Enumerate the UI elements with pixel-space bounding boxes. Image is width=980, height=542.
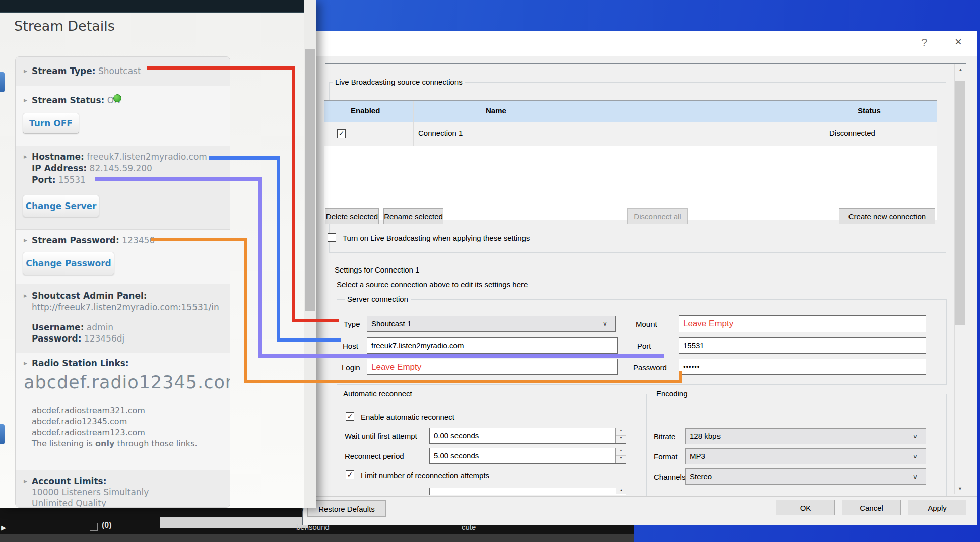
annotation-purple-line xyxy=(258,354,664,358)
admin-panel-url[interactable]: http://freeuk7.listen2myradio.com:15531/… xyxy=(32,302,219,312)
expander-icon[interactable]: ▶ xyxy=(24,361,27,366)
chevron-down-icon: ∨ xyxy=(913,453,918,460)
mount-field[interactable]: Leave Empty xyxy=(679,315,926,332)
apply-button[interactable]: Apply xyxy=(908,500,966,515)
attempts-spinner-partial[interactable]: ▲ xyxy=(616,488,626,494)
station-link[interactable]: abcdef.radiostream321.com xyxy=(32,405,145,415)
stream-type-section: ▶ Stream Type: Shoutcast xyxy=(16,57,230,86)
column-header-status[interactable]: Status xyxy=(858,106,881,115)
connections-group-title: Live Broadcasting source connections xyxy=(333,78,465,86)
column-divider xyxy=(805,101,805,146)
port-label: Port xyxy=(637,342,651,350)
browser-scrollbar-thumb[interactable] xyxy=(305,49,315,311)
turn-off-button[interactable]: Turn OFF xyxy=(23,113,79,134)
port-field[interactable]: 15531 xyxy=(679,337,926,354)
account-limits-label: Account Limits: xyxy=(32,476,106,486)
wait-attempt-spinbox[interactable]: 0.00 seconds xyxy=(429,428,626,444)
spin-up-icon[interactable]: ▲ xyxy=(616,428,626,436)
rename-selected-button[interactable]: Rename selected xyxy=(383,208,443,224)
stream-type-label: Stream Type: xyxy=(32,66,96,76)
restore-defaults-dropdown-icon[interactable]: ▼ xyxy=(299,507,305,513)
expander-icon[interactable]: ▶ xyxy=(24,98,27,103)
create-new-connection-button[interactable]: Create new connection xyxy=(839,208,935,224)
encoding-group-title: Encoding xyxy=(654,389,690,398)
annotation-orange-line xyxy=(244,238,247,383)
station-link[interactable]: abcdef.radio12345.com xyxy=(32,417,127,426)
annotation-purple-line xyxy=(95,177,262,181)
connections-table[interactable]: Enabled Name Status ✓ Connection 1 Disco… xyxy=(324,100,937,220)
play-icon[interactable]: ▶ xyxy=(1,524,6,531)
expander-icon[interactable]: ▶ xyxy=(24,154,27,159)
hidden-button-fragment xyxy=(0,424,5,444)
close-icon[interactable]: × xyxy=(951,35,965,50)
playlist-scrollbar[interactable] xyxy=(160,517,308,528)
change-password-button[interactable]: Change Password xyxy=(23,252,114,275)
stream-status-section: ▶ Stream Status: ON Turn OFF xyxy=(16,86,230,146)
column-header-name[interactable]: Name xyxy=(486,106,506,115)
attempts-spinbox-partial[interactable] xyxy=(429,488,626,495)
admin-password-label: Password: xyxy=(32,333,81,344)
station-link[interactable]: abcdef.radiostream123.com xyxy=(32,428,145,437)
ok-button[interactable]: OK xyxy=(776,500,835,515)
restore-defaults-button[interactable]: Restore Defaults xyxy=(307,500,386,517)
table-row[interactable]: ✓ Connection 1 Disconnected xyxy=(324,122,937,146)
column-divider xyxy=(413,101,414,146)
limit-attempts-label: Limit number of reconnection attempts xyxy=(361,471,489,480)
limit-attempts-checkbox[interactable]: ✓ xyxy=(346,470,354,479)
admin-panel-label: Shoutcast Admin Panel: xyxy=(32,291,147,301)
annotation-red-line xyxy=(292,66,295,322)
port-value: 15531 xyxy=(58,175,86,185)
hostname-label: Hostname: xyxy=(32,152,84,162)
expander-icon[interactable]: ▶ xyxy=(24,238,27,243)
delete-selected-button[interactable]: Delete selected xyxy=(325,208,379,224)
reconnect-period-spinbox[interactable]: 5.00 seconds xyxy=(429,448,626,464)
type-dropdown[interactable]: Shoutcast 1 xyxy=(367,316,616,332)
wait-spinner[interactable]: ▲ ▼ xyxy=(615,428,626,443)
login-label: Login xyxy=(342,363,360,372)
spin-up-icon[interactable]: ▲ xyxy=(616,448,626,456)
password-field[interactable]: •••••• xyxy=(679,359,926,375)
help-icon[interactable]: ? xyxy=(918,36,930,50)
annotation-red-line xyxy=(147,66,295,70)
reconnect-period-label: Reconnect period xyxy=(345,452,404,460)
primary-station-link[interactable]: abcdef.radio12345.com xyxy=(24,372,230,392)
spin-down-icon[interactable]: ▼ xyxy=(616,435,626,443)
expander-icon[interactable]: ▶ xyxy=(24,293,27,298)
expander-icon[interactable]: ▶ xyxy=(24,69,27,74)
login-field[interactable]: Leave Empty xyxy=(367,359,618,375)
format-dropdown[interactable]: MP3 xyxy=(685,448,926,464)
annotation-blue-line xyxy=(277,156,280,342)
cancel-button[interactable]: Cancel xyxy=(842,500,901,515)
annotation-red-line xyxy=(292,319,339,322)
note-only-word: only xyxy=(95,439,114,448)
admin-password-value: 123456dj xyxy=(84,333,124,344)
column-header-enabled[interactable]: Enabled xyxy=(351,106,380,115)
host-field[interactable]: freeuk7.listen2myradio.com xyxy=(367,337,618,354)
enable-reconnect-label: Enable automatic reconnect xyxy=(361,413,454,421)
scroll-up-icon[interactable]: ▲ xyxy=(955,64,966,75)
dialog-scrollbar-thumb[interactable] xyxy=(955,81,965,325)
playlist-bar-strip xyxy=(0,534,634,542)
disconnect-all-button: Disconnect all xyxy=(627,208,688,224)
channels-dropdown[interactable]: Stereo xyxy=(685,468,926,485)
spin-down-icon[interactable]: ▼ xyxy=(616,455,626,463)
port-label: Port: xyxy=(32,175,55,185)
change-server-button[interactable]: Change Server xyxy=(23,195,99,217)
scroll-down-icon[interactable]: ▼ xyxy=(954,484,966,494)
bitrate-dropdown[interactable]: 128 kbps xyxy=(685,428,926,444)
admin-username-value: admin xyxy=(87,322,113,332)
playlist-checkbox[interactable] xyxy=(90,523,98,531)
expander-icon[interactable]: ▶ xyxy=(24,479,27,484)
table-header[interactable]: Enabled Name Status xyxy=(324,101,937,123)
enable-reconnect-checkbox[interactable]: ✓ xyxy=(346,412,354,421)
stream-password-label: Stream Password: xyxy=(32,235,119,245)
hostname-value: freeuk7.listen2myradio.com xyxy=(87,152,207,162)
annotation-blue-line xyxy=(277,338,341,342)
server-group-title: Server connection xyxy=(345,295,411,303)
turn-on-broadcast-label: Turn on Live Broadcasting when applying … xyxy=(343,234,530,242)
password-label: Password xyxy=(633,363,667,372)
period-spinner[interactable]: ▲ ▼ xyxy=(615,448,626,463)
listening-note: The listening is only through those link… xyxy=(32,439,198,448)
row-enabled-checkbox[interactable]: ✓ xyxy=(337,129,346,138)
turn-on-broadcast-checkbox[interactable] xyxy=(328,233,336,242)
